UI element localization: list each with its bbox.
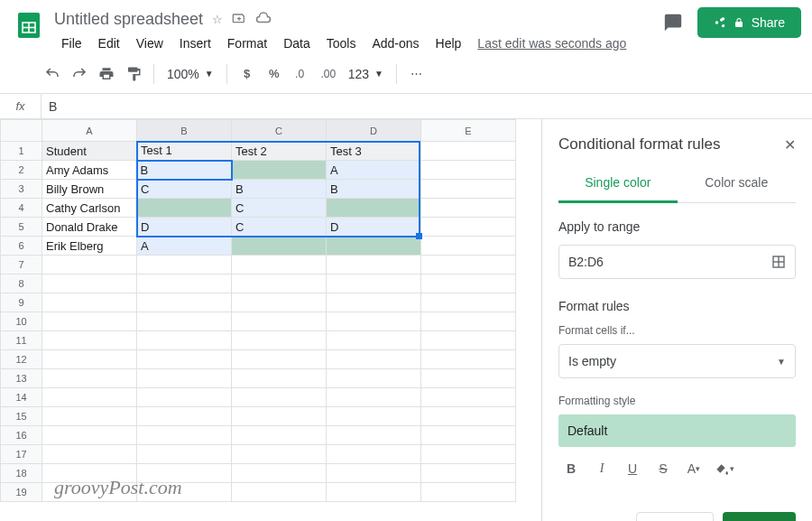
cell-C2[interactable] xyxy=(232,161,327,180)
print-button[interactable] xyxy=(94,61,119,87)
cell-E2[interactable] xyxy=(421,161,516,180)
cell-B1[interactable]: Test 1 xyxy=(137,142,232,161)
sheets-logo[interactable] xyxy=(11,7,47,43)
style-preview[interactable]: Default xyxy=(558,414,796,447)
menu-data[interactable]: Data xyxy=(276,33,318,54)
italic-button[interactable]: I xyxy=(589,456,614,481)
cell-E5[interactable] xyxy=(421,218,516,237)
row-13[interactable]: 13 xyxy=(1,369,42,388)
row-18[interactable]: 18 xyxy=(1,464,42,483)
zoom-select[interactable]: 100%▼ xyxy=(161,67,219,81)
cell-D2[interactable]: A xyxy=(327,161,421,180)
fill-color-button[interactable]: ▾ xyxy=(712,456,737,481)
cell-A6[interactable]: Erik Elberg xyxy=(42,237,137,256)
decimal-dec-button[interactable]: .0 xyxy=(289,61,314,87)
share-button[interactable]: Share xyxy=(697,7,801,38)
row-11[interactable]: 11 xyxy=(1,331,42,350)
more-tools-button[interactable]: ⋯ xyxy=(404,61,429,87)
row-15[interactable]: 15 xyxy=(1,407,42,426)
cell-C6[interactable] xyxy=(232,237,327,256)
cell-A1[interactable]: Student xyxy=(42,142,137,161)
currency-button[interactable]: $ xyxy=(235,61,260,87)
menu-edit[interactable]: Edit xyxy=(91,33,127,54)
move-icon[interactable] xyxy=(232,11,246,28)
cancel-button[interactable]: Cancel xyxy=(636,512,714,521)
cell-A4[interactable]: Cathy Carlson xyxy=(42,199,137,218)
percent-button[interactable]: % xyxy=(262,61,287,87)
cell-E1[interactable] xyxy=(421,142,516,161)
menu-format[interactable]: Format xyxy=(220,33,274,54)
bold-button[interactable]: B xyxy=(558,456,584,481)
row-6[interactable]: 6 xyxy=(1,237,42,256)
paint-format-button[interactable] xyxy=(121,61,146,87)
menu-addons[interactable]: Add-ons xyxy=(364,33,426,54)
cell-C4[interactable]: C xyxy=(232,199,327,218)
cell-D1[interactable]: Test 3 xyxy=(327,142,421,161)
menu-view[interactable]: View xyxy=(129,33,171,54)
row-1[interactable]: 1 xyxy=(1,142,42,161)
cell-C3[interactable]: B xyxy=(232,180,327,199)
undo-button[interactable] xyxy=(40,61,65,87)
cell-D6[interactable] xyxy=(327,237,421,256)
cloud-icon[interactable] xyxy=(255,12,272,27)
col-B[interactable]: B xyxy=(137,120,232,142)
cell-B6[interactable]: A xyxy=(137,237,232,256)
cell-E4[interactable] xyxy=(421,199,516,218)
menu-tools[interactable]: Tools xyxy=(319,33,364,54)
row-19[interactable]: 19 xyxy=(1,483,42,502)
select-all-corner[interactable] xyxy=(1,120,42,142)
spreadsheet-grid[interactable]: A B C D E 1 Student Test 1 Test 2 Test 3… xyxy=(0,119,541,521)
row-3[interactable]: 3 xyxy=(1,180,42,199)
cell-D3[interactable]: B xyxy=(327,180,421,199)
close-panel-button[interactable]: ✕ xyxy=(784,136,796,154)
menu-help[interactable]: Help xyxy=(429,33,469,54)
text-color-button[interactable]: A▾ xyxy=(681,456,706,481)
doc-title[interactable]: Untitled spreadsheet xyxy=(54,10,203,29)
cell-B4[interactable] xyxy=(137,199,232,218)
cell-C5[interactable]: C xyxy=(232,218,327,237)
cell-A3[interactable]: Billy Brown xyxy=(42,180,137,199)
cell-E3[interactable] xyxy=(421,180,516,199)
col-E[interactable]: E xyxy=(421,120,516,142)
row-5[interactable]: 5 xyxy=(1,218,42,237)
row-14[interactable]: 14 xyxy=(1,388,42,407)
row-17[interactable]: 17 xyxy=(1,445,42,464)
col-A[interactable]: A xyxy=(42,120,137,142)
last-edit-link[interactable]: Last edit was seconds ago xyxy=(470,33,633,54)
row-16[interactable]: 16 xyxy=(1,426,42,445)
col-C[interactable]: C xyxy=(232,120,327,142)
row-10[interactable]: 10 xyxy=(1,312,42,331)
rule-select[interactable]: Is empty ▼ xyxy=(558,344,796,378)
strike-button[interactable]: S xyxy=(651,456,676,481)
tab-single-color[interactable]: Single color xyxy=(558,166,678,203)
star-icon[interactable]: ☆ xyxy=(212,13,223,26)
row-9[interactable]: 9 xyxy=(1,293,42,312)
redo-button[interactable] xyxy=(67,61,92,87)
cell-B3[interactable]: C xyxy=(137,180,232,199)
row-4[interactable]: 4 xyxy=(1,199,42,218)
row-7[interactable]: 7 xyxy=(1,256,42,274)
cell-B2[interactable]: B xyxy=(137,161,232,180)
decimal-inc-button[interactable]: .00 xyxy=(316,61,341,87)
cell-E6[interactable] xyxy=(421,237,516,256)
cell-C1[interactable]: Test 2 xyxy=(232,142,327,161)
row-12[interactable]: 12 xyxy=(1,350,42,369)
col-D[interactable]: D xyxy=(327,120,421,142)
conditional-format-panel: Conditional format rules ✕ Single color … xyxy=(541,119,812,521)
cell-D4[interactable] xyxy=(327,199,421,218)
row-2[interactable]: 2 xyxy=(1,161,42,180)
row-8[interactable]: 8 xyxy=(1,274,42,293)
number-format-select[interactable]: 123▼ xyxy=(343,67,389,81)
cell-B5[interactable]: D xyxy=(137,218,232,237)
cell-A5[interactable]: Donald Drake xyxy=(42,218,137,237)
underline-button[interactable]: U xyxy=(620,456,645,481)
comments-icon[interactable] xyxy=(660,9,687,36)
menu-file[interactable]: File xyxy=(54,33,89,54)
tab-color-scale[interactable]: Color scale xyxy=(678,166,797,202)
menu-insert[interactable]: Insert xyxy=(172,33,218,54)
done-button[interactable]: Done xyxy=(723,512,796,521)
cell-A2[interactable]: Amy Adams xyxy=(42,161,137,180)
formula-input[interactable]: B xyxy=(42,99,812,114)
cell-D5[interactable]: D xyxy=(327,218,421,237)
range-input[interactable]: B2:D6 xyxy=(558,245,796,279)
